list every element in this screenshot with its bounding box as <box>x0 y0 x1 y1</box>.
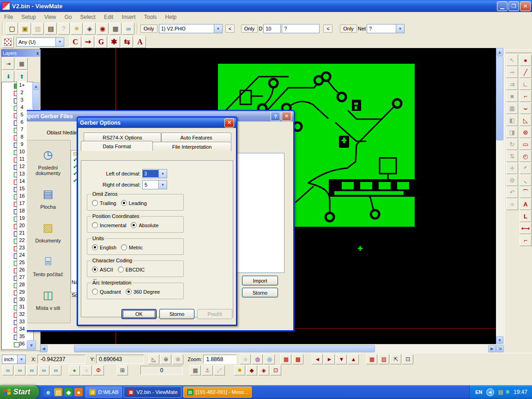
layer-number[interactable]: 11 <box>17 155 27 163</box>
layer-number[interactable]: 27 <box>17 273 27 281</box>
aperture-text-button[interactable]: A <box>134 36 146 48</box>
undo-tool[interactable]: ↶ <box>506 187 518 198</box>
menu-file[interactable]: File <box>0 13 17 21</box>
canvas-vscrollbar[interactable]: ▲ ▼ <box>496 48 503 344</box>
measure-icon[interactable]: ◈ <box>84 23 96 35</box>
import-cancel-button[interactable]: Storno <box>242 288 278 297</box>
flash-mode-icon[interactable]: ✹ <box>234 365 245 375</box>
angle-mode-icon[interactable]: ◺ <box>148 354 159 364</box>
radio-quadrant[interactable]: Quadrant <box>92 289 121 295</box>
layer-move-down-button[interactable]: ⬇ <box>2 71 14 83</box>
cancel-button[interactable]: Storno <box>159 309 194 319</box>
layer-number[interactable]: 2 <box>17 89 27 96</box>
apply-button[interactable]: Použít <box>197 309 232 319</box>
examine-dots-icon[interactable]: ∞ <box>2 365 13 375</box>
grid-frame-icon[interactable]: ▦ <box>280 354 291 364</box>
draw-arc-end-tool[interactable]: ◟ <box>520 175 532 186</box>
layer-number[interactable]: 10 <box>17 148 27 155</box>
pan-up-icon[interactable]: ▲ <box>348 354 359 364</box>
draw-pad-tool[interactable]: ● <box>520 54 532 66</box>
grid-dense-icon[interactable]: ▩ <box>292 354 303 364</box>
layer-number[interactable]: 14 <box>17 177 27 185</box>
aperture-flash-button[interactable]: ✱ <box>108 36 120 48</box>
layer-number[interactable]: 35 <box>17 332 27 340</box>
quicklaunch-ie-icon[interactable]: e <box>44 388 52 396</box>
task-viewmate[interactable]: ▦V2.bin - ViewMate <box>124 387 181 398</box>
aperture-c-button[interactable]: C <box>69 36 81 48</box>
scroll-right-icon[interactable]: ▶ <box>488 345 496 352</box>
draw-triangle-tool[interactable]: ◺ <box>520 115 532 126</box>
copy-item-tool[interactable]: ⇉ <box>506 79 518 90</box>
layer-number[interactable]: 8 <box>17 133 27 140</box>
zoom-window-icon[interactable]: ◍ <box>252 354 263 364</box>
draw-label-tool[interactable]: L <box>520 211 532 222</box>
examine-pads-icon[interactable]: ∞ <box>26 365 37 375</box>
layer-number[interactable]: 9 <box>17 140 27 148</box>
menu-help[interactable]: Help <box>161 13 181 21</box>
prev-dcode-button[interactable]: < <box>323 24 332 33</box>
scroll-left-icon[interactable]: ◀ <box>40 345 48 352</box>
aperture-trace-button[interactable]: ⇆ <box>121 36 133 48</box>
dot-grid-icon[interactable]: ▦ <box>190 365 201 375</box>
layers-scroll-down-icon[interactable]: ▼ <box>27 340 36 350</box>
open-file-icon[interactable]: ▣ <box>19 23 31 35</box>
draw-text-tool[interactable]: A <box>520 199 532 210</box>
draw-curve-tool[interactable]: ⌒ <box>520 187 532 198</box>
select-tool[interactable]: ↖ <box>506 54 518 66</box>
close-button[interactable]: ✕ <box>520 1 531 11</box>
canvas-hscrollbar[interactable]: ◀ ▶ <box>40 345 496 352</box>
menu-select[interactable]: Select <box>76 13 100 21</box>
chevron-down-icon[interactable]: ▼ <box>55 38 64 46</box>
layer-number[interactable]: 24 <box>17 251 27 259</box>
radio-icon[interactable] <box>131 222 137 228</box>
dashed-select-icon[interactable]: ⊡ <box>402 354 413 364</box>
aperture-type-combo[interactable]: Any (U)▼ <box>16 37 64 47</box>
zoom-selection-icon[interactable]: ◎ <box>264 354 275 364</box>
radio-trailing[interactable]: Trailing <box>92 200 116 206</box>
quicklaunch-book-icon[interactable]: ◆ <box>64 388 73 396</box>
dot-square-icon[interactable]: ⊡ <box>270 365 281 375</box>
tab-file-interpretation[interactable]: File Interpretation <box>152 142 231 151</box>
context-help-icon[interactable]: ? <box>58 23 70 35</box>
import-button[interactable]: Import <box>242 276 278 285</box>
layer-number[interactable]: 23 <box>17 244 27 251</box>
aperture-g-button[interactable]: G <box>95 36 107 48</box>
radio-icon[interactable] <box>126 289 132 295</box>
language-indicator[interactable]: EN <box>475 389 482 395</box>
vscroll-thumb[interactable] <box>496 56 503 140</box>
radio-ebcdic[interactable]: EBCDIC <box>118 266 145 272</box>
left-of-decimal-combo[interactable]: 3 ▼ <box>142 169 167 178</box>
draw-outline-tool[interactable]: ⌐ <box>520 91 532 102</box>
radio-leading[interactable]: Leading <box>121 200 147 206</box>
layer-number[interactable]: 31 <box>17 303 27 310</box>
draw-arc-tool[interactable]: ◜ <box>520 163 532 174</box>
examine-glasses-icon[interactable]: ∞ <box>122 23 134 35</box>
draw-dimension-tool[interactable]: ⟷ <box>520 223 532 234</box>
anchor-icon[interactable]: ⚓ <box>202 365 213 375</box>
draw-line-tool[interactable]: ╱ <box>520 66 532 78</box>
radio-english[interactable]: English <box>92 244 116 250</box>
print-icon[interactable]: ▤ <box>45 23 57 35</box>
layer-number[interactable]: 12 <box>17 163 27 170</box>
menu-go[interactable]: Go <box>60 13 76 21</box>
layer-number[interactable]: 33 <box>17 318 27 325</box>
radio-absolute[interactable]: Absolute <box>131 222 158 228</box>
examine-lines-icon[interactable]: ∞ <box>14 365 25 375</box>
radio-icon[interactable] <box>92 266 98 272</box>
fill-dark-tool[interactable]: ■ <box>506 91 518 102</box>
scroll-corner-button[interactable]: ⇲ <box>496 345 504 352</box>
move-item-tool[interactable]: ➙ <box>506 66 518 78</box>
tray-card-icon[interactable]: ▤ <box>498 389 503 395</box>
radio-ascii[interactable]: ASCII <box>92 266 113 272</box>
place-desktop[interactable]: ▤Plocha <box>39 186 57 210</box>
place-my-computer[interactable]: ⌸Tento počítač <box>33 254 63 277</box>
tile-windows-icon[interactable]: ⊞ <box>117 365 128 375</box>
aperture-draw-button[interactable]: ➙ <box>82 36 94 48</box>
layer-number[interactable]: 22 <box>17 236 27 244</box>
film-layers-icon[interactable]: ▦ <box>109 23 121 35</box>
layer-number[interactable]: 28 <box>17 281 27 288</box>
layers-scroll-thumb[interactable] <box>32 90 40 109</box>
draw-circle-tool[interactable]: ⊙ <box>520 127 532 138</box>
place-network[interactable]: ◫Místa v síti <box>36 287 60 311</box>
tray-chevron-icon[interactable]: ◀ <box>486 388 494 396</box>
